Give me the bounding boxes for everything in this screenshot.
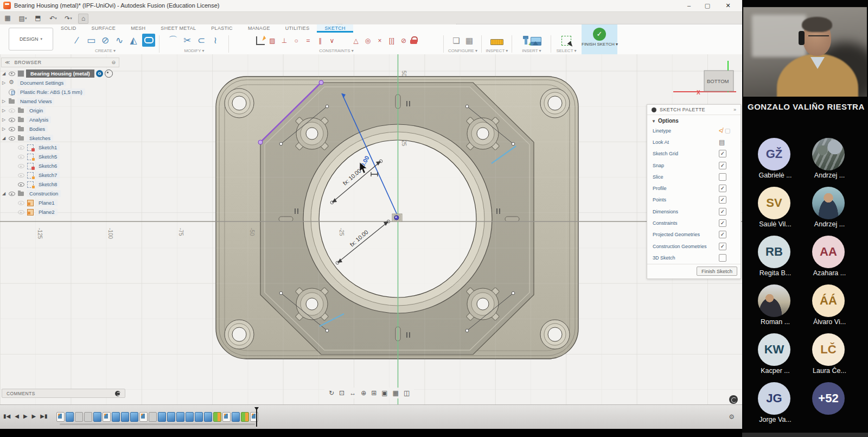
tangent-icon[interactable]: ⊘ — [398, 34, 409, 47]
configuration-icon[interactable]: ❏ — [450, 36, 462, 46]
timeline-feature[interactable] — [241, 412, 249, 422]
browser-item[interactable]: Sketch1 — [1, 143, 119, 152]
ribbon-tab[interactable]: MANAGE — [240, 24, 278, 33]
create-group-label[interactable]: CREATE ▾ — [95, 48, 116, 54]
polygon-icon[interactable]: △ — [350, 34, 361, 47]
file-menu-button[interactable]: ▤▾ — [16, 14, 29, 23]
expand-arrow-icon[interactable] — [1, 136, 7, 141]
configuration-table-icon[interactable]: ▦ — [463, 36, 475, 46]
browser-item[interactable]: Plane1 — [1, 198, 119, 207]
option-control[interactable] — [719, 173, 735, 181]
concentric-icon[interactable]: ◎ — [362, 34, 373, 47]
participant-tile[interactable]: RB Regita B... — [751, 235, 800, 283]
browser-item[interactable]: Construction — [1, 189, 119, 198]
expand-arrow-icon[interactable] — [1, 99, 7, 104]
visibility-eye-icon[interactable] — [8, 69, 16, 77]
expand-arrow-icon[interactable] — [1, 108, 7, 113]
panel-options-icon[interactable]: ⊖ — [111, 60, 116, 65]
browser-item[interactable]: Analysis — [1, 115, 119, 124]
zoom-icon[interactable]: ⊕ — [361, 389, 366, 397]
palette-option-row[interactable]: Sketch Grid — [647, 148, 741, 160]
offset-icon[interactable]: ⊂ — [195, 34, 208, 47]
expand-arrow-icon[interactable] — [1, 126, 7, 131]
browser-item[interactable]: Sketch5 — [1, 152, 119, 161]
option-control[interactable] — [719, 185, 735, 192]
undock-icon[interactable]: » — [733, 107, 736, 112]
timeline-feature[interactable] — [232, 412, 240, 422]
timeline-feature[interactable] — [130, 412, 138, 422]
option-control[interactable] — [719, 219, 735, 227]
visibility-eye-icon[interactable] — [8, 125, 16, 133]
parallel-icon[interactable]: ∥ — [315, 34, 326, 47]
timeline-feature[interactable] — [93, 412, 101, 422]
close-window-button[interactable]: ✕ — [720, 1, 736, 10]
expand-arrow-icon[interactable] — [1, 191, 7, 196]
participant-tile[interactable]: Andrzej ... — [805, 137, 854, 186]
collapse-panel-icon[interactable]: ≪ — [5, 60, 10, 65]
insert-group-label[interactable]: INSERT ▾ — [522, 48, 541, 54]
finish-sketch-button[interactable]: ✓ FINISH SKETCH ▾ — [582, 24, 617, 54]
timeline-feature[interactable] — [158, 412, 166, 422]
timeline-feature[interactable] — [167, 412, 175, 422]
option-control[interactable] — [719, 138, 735, 146]
browser-item[interactable]: Named Views — [1, 97, 119, 106]
timeline-feature[interactable] — [139, 412, 148, 422]
visibility-eye-icon[interactable] — [17, 181, 25, 188]
option-control[interactable] — [719, 231, 735, 238]
palette-option-row[interactable]: Slice — [647, 171, 741, 182]
palette-option-row[interactable]: Profile — [647, 182, 741, 194]
sketch-dimension-icon[interactable] — [255, 35, 266, 46]
comments-bar[interactable]: COMMENTS — [2, 389, 125, 398]
visibility-eye-icon[interactable] — [8, 190, 16, 198]
visibility-eye-icon[interactable] — [8, 107, 16, 115]
fix-lock-icon[interactable] — [339, 34, 349, 47]
participant-tile[interactable]: JG Jorge Va... — [751, 381, 800, 430]
tree-item-label[interactable]: Construction — [27, 190, 61, 197]
tree-item-label[interactable]: Bodies — [27, 125, 48, 132]
inspect-group-label[interactable]: INSPECT ▾ — [486, 48, 508, 54]
finish-sketch-palette-button[interactable]: Finish Sketch — [697, 267, 737, 276]
timeline-feature[interactable] — [121, 412, 129, 422]
visibility-eye-icon[interactable] — [17, 199, 25, 207]
tree-item-label[interactable]: Plane2 — [36, 208, 58, 216]
timeline-feature[interactable] — [103, 412, 111, 422]
timeline-feature[interactable] — [195, 412, 203, 422]
select-cursor-icon[interactable] — [561, 36, 571, 46]
viewports-icon[interactable]: ◫ — [404, 389, 410, 397]
fillet-icon[interactable]: ⌒ — [167, 34, 180, 47]
play-button[interactable]: ▶ — [23, 413, 28, 419]
constraints-group-label[interactable]: CONSTRAINTS ▾ — [319, 48, 354, 54]
minimize-button[interactable]: – — [681, 1, 697, 10]
participant-tile[interactable]: ÁÁ Álvaro Vi... — [805, 283, 854, 332]
visibility-eye-icon[interactable] — [8, 116, 16, 124]
browser-item[interactable]: Plastic Rule: ABS (1,5 mm) — [1, 87, 119, 97]
tree-item-label[interactable]: Sketch5 — [36, 153, 60, 160]
speaker-video-tile[interactable] — [743, 7, 867, 97]
look-at-icon[interactable]: ⊡ — [339, 389, 344, 397]
participant-tile[interactable]: Andrzej ... — [805, 186, 854, 235]
line-icon[interactable]: ∕ — [71, 34, 84, 47]
step-back-button[interactable]: ◀ — [15, 413, 19, 419]
palette-option-row[interactable]: Construction Geometries — [647, 240, 741, 252]
configure-group-label[interactable]: CONFIGURE ▾ — [448, 48, 477, 54]
palette-option-row[interactable]: Points — [647, 194, 741, 206]
option-control[interactable] — [719, 254, 735, 262]
undo-button[interactable]: ↶▾ — [47, 14, 60, 23]
sketch-origin-point[interactable] — [392, 214, 402, 221]
timeline-scrollbar[interactable] — [60, 423, 255, 425]
trim-icon[interactable]: ✂ — [181, 34, 194, 47]
go-to-end-button[interactable]: ▶▮ — [40, 413, 47, 419]
orbit-icon[interactable]: ↻ — [329, 389, 334, 397]
options-section-header[interactable]: ▼Options — [647, 115, 741, 125]
cone-icon[interactable]: ◭ — [127, 34, 140, 47]
view-cube-face-label[interactable]: BOTTOM — [707, 78, 729, 84]
redo-button[interactable]: ↷▾ — [62, 14, 75, 23]
tree-item-label[interactable]: Sketch8 — [36, 181, 60, 188]
option-control[interactable] — [719, 162, 735, 169]
browser-item[interactable]: Sketch8 — [1, 180, 119, 189]
visibility-eye-icon[interactable] — [17, 208, 25, 216]
save-button[interactable]: ⬒ — [34, 14, 42, 23]
timeline-feature[interactable] — [204, 412, 212, 422]
feedback-circle-icon[interactable] — [729, 395, 738, 404]
participant-tile[interactable]: LČ Laura Če... — [805, 332, 854, 381]
